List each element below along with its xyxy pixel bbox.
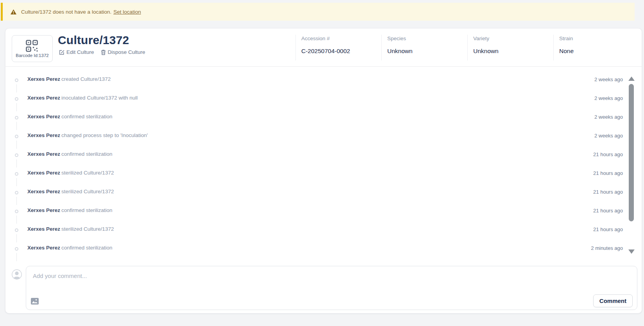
timeline-action: sterilized Culture/1372 <box>61 170 114 176</box>
timeline-timestamp: 2 weeks ago <box>594 114 623 120</box>
timeline-dot-icon <box>15 153 18 157</box>
timeline-action: sterilized Culture/1372 <box>61 226 114 232</box>
comment-box: Comment <box>26 266 637 310</box>
activity-timeline: Xerxes Perezcreated Culture/1372 2 weeks… <box>5 71 642 258</box>
timeline-entry: Xerxes Perezconfirmed sterilization 2 we… <box>5 108 642 127</box>
timeline-dot-icon <box>15 97 18 101</box>
timeline-timestamp: 21 hours ago <box>593 170 623 176</box>
timeline-dot-icon <box>15 172 18 176</box>
timeline-entry: Xerxes Perezsterilized Culture/1372 21 h… <box>5 164 642 183</box>
timeline-action: sterilized Culture/1372 <box>61 189 114 194</box>
timeline-timestamp: 21 hours ago <box>593 189 623 195</box>
dispose-culture-label: Dispose Culture <box>108 49 145 55</box>
timeline-timestamp: 2 weeks ago <box>594 95 623 101</box>
timeline-action: confirmed sterilization <box>61 207 113 213</box>
trash-icon <box>101 50 106 55</box>
warning-message: Culture/1372 does not have a location. <box>21 9 111 15</box>
timeline-timestamp: 21 hours ago <box>593 208 623 214</box>
field-value: C-20250704-0002 <box>301 48 378 55</box>
timeline-message: Xerxes Perezconfirmed sterilization <box>27 207 113 213</box>
timeline-message: Xerxes Perezconfirmed sterilization <box>27 114 113 119</box>
edit-culture-button[interactable]: Edit Culture <box>59 49 94 55</box>
timeline-connector <box>16 253 17 261</box>
timeline-message: Xerxes Perezconfirmed sterilization <box>27 151 113 157</box>
timeline-action: confirmed sterilization <box>61 245 113 251</box>
scroll-up-icon[interactable] <box>628 77 635 81</box>
timeline-message: Xerxes Perezconfirmed sterilization <box>27 245 113 251</box>
qr-code-icon <box>26 40 39 52</box>
timeline-actor: Xerxes Perez <box>27 95 60 101</box>
avatar-icon <box>12 269 22 280</box>
field-variety: Variety Unknown <box>467 35 550 61</box>
timeline-message: Xerxes Perezsterilized Culture/1372 <box>27 170 114 176</box>
timeline-actor: Xerxes Perez <box>27 226 60 232</box>
timeline-actor: Xerxes Perez <box>27 245 60 251</box>
timeline-dot-icon <box>15 247 18 251</box>
timeline-action: inoculated Culture/1372 with null <box>61 95 138 101</box>
timeline-rows: Xerxes Perezcreated Culture/1372 2 weeks… <box>5 71 642 258</box>
timeline-message: Xerxes Perezinoculated Culture/1372 with… <box>27 95 138 101</box>
timeline-scrollbar-thumb[interactable] <box>629 84 634 221</box>
image-icon[interactable] <box>31 298 39 305</box>
field-value: None <box>559 48 636 55</box>
timeline-actor: Xerxes Perez <box>27 114 60 119</box>
timeline-dot-icon <box>15 210 18 213</box>
field-accession: Accession # C-20250704-0002 <box>295 35 378 61</box>
timeline-entry: Xerxes Perezsterilized Culture/1372 21 h… <box>5 183 642 202</box>
field-value: Unknown <box>387 48 464 55</box>
timeline-dot-icon <box>15 78 18 82</box>
barcode-id-label: Barcode Id:1372 <box>16 53 48 58</box>
location-warning-banner: Culture/1372 does not have a location. S… <box>1 3 635 21</box>
warning-icon <box>11 9 16 14</box>
timeline-entry: Xerxes Perezchanged process step to 'Ino… <box>5 127 642 146</box>
timeline-entry: Xerxes Perezcreated Culture/1372 2 weeks… <box>5 71 642 89</box>
header-actions: Edit Culture Dispose Culture <box>59 49 145 55</box>
timeline-entry: Xerxes Perezconfirmed sterilization 2 mi… <box>5 239 642 258</box>
timeline-dot-icon <box>15 228 18 232</box>
page-title: Culture/1372 <box>58 34 129 47</box>
card-header: Barcode Id:1372 Culture/1372 Edit Cultur… <box>5 29 642 67</box>
comment-submit-button[interactable]: Comment <box>593 294 633 307</box>
field-label: Accession # <box>301 36 378 41</box>
timeline-entry: Xerxes Perezinoculated Culture/1372 with… <box>5 89 642 108</box>
field-value: Unknown <box>473 48 550 55</box>
timeline-entry: Xerxes Perezsterilized Culture/1372 21 h… <box>5 221 642 239</box>
timeline-actor: Xerxes Perez <box>27 189 60 194</box>
timeline-actor: Xerxes Perez <box>27 132 60 138</box>
field-species: Species Unknown <box>381 35 464 61</box>
timeline-action: confirmed sterilization <box>61 151 113 157</box>
timeline-timestamp: 2 minutes ago <box>591 245 623 251</box>
timeline-timestamp: 21 hours ago <box>593 151 623 157</box>
timeline-actor: Xerxes Perez <box>27 207 60 213</box>
timeline-message: Xerxes Perezcreated Culture/1372 <box>27 76 111 82</box>
timeline-dot-icon <box>15 191 18 194</box>
timeline-timestamp: 2 weeks ago <box>594 133 623 139</box>
timeline-timestamp: 2 weeks ago <box>594 77 623 82</box>
culture-detail-card: Barcode Id:1372 Culture/1372 Edit Cultur… <box>5 28 642 314</box>
timeline-actor: Xerxes Perez <box>27 170 60 176</box>
field-label: Species <box>387 36 464 41</box>
comment-input[interactable] <box>26 266 637 293</box>
timeline-timestamp: 21 hours ago <box>593 226 623 232</box>
timeline-entry: Xerxes Perezconfirmed sterilization 21 h… <box>5 202 642 221</box>
timeline-actor: Xerxes Perez <box>27 76 60 82</box>
timeline-action: changed process step to 'Inoculation' <box>61 132 148 138</box>
set-location-link[interactable]: Set location <box>113 9 141 15</box>
timeline-dot-icon <box>15 135 18 138</box>
timeline-message: Xerxes Perezchanged process step to 'Ino… <box>27 132 148 138</box>
scroll-down-icon[interactable] <box>628 249 635 254</box>
edit-culture-label: Edit Culture <box>66 49 94 55</box>
timeline-message: Xerxes Perezsterilized Culture/1372 <box>27 226 114 232</box>
timeline-entry: Xerxes Perezconfirmed sterilization 21 h… <box>5 146 642 164</box>
field-label: Strain <box>559 36 636 41</box>
dispose-culture-button[interactable]: Dispose Culture <box>101 49 145 55</box>
field-label: Variety <box>473 36 550 41</box>
timeline-actor: Xerxes Perez <box>27 151 60 157</box>
edit-icon <box>59 50 64 55</box>
barcode-box[interactable]: Barcode Id:1372 <box>12 35 53 62</box>
timeline-message: Xerxes Perezsterilized Culture/1372 <box>27 189 114 194</box>
timeline-action: confirmed sterilization <box>61 114 113 119</box>
timeline-action: created Culture/1372 <box>61 76 111 82</box>
field-strain: Strain None <box>553 35 636 61</box>
timeline-dot-icon <box>15 116 18 119</box>
